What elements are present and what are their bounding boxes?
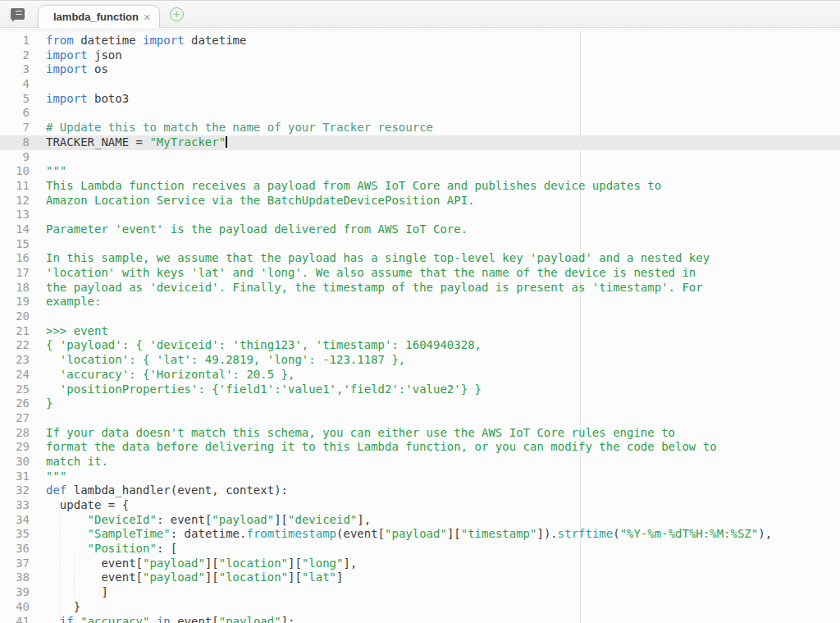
line-number: 34 [0, 513, 30, 528]
code-line: 36 "Position": [ [0, 542, 840, 557]
code-line: 12Amazon Location Service via the BatchU… [0, 194, 840, 208]
code-line: 7# Update this to match the name of your… [0, 121, 840, 135]
line-number: 16 [0, 251, 30, 266]
code-line: 14Parameter 'event' is the payload deliv… [0, 222, 840, 237]
code-line: 18the payload as 'deviceid'. Finally, th… [0, 281, 840, 295]
code-text: # Update this to match the name of your … [46, 121, 433, 135]
code-text: "SampleTime": datetime.fromtimestamp(eve… [46, 527, 772, 542]
line-number: 25 [0, 383, 30, 397]
line-number: 20 [0, 309, 30, 324]
code-line: 31""" [0, 470, 840, 484]
file-list-icon [11, 8, 25, 20]
code-lines: 1from datetime import datetime2import js… [0, 29, 840, 623]
code-text: import json [46, 48, 122, 63]
code-text: } [46, 600, 80, 615]
code-text: """ [46, 164, 66, 179]
code-line: 23 'location': { 'lat': 49.2819, 'long':… [0, 353, 840, 368]
code-line: 22{ 'payload': { 'deviceid': 'thing123',… [0, 338, 840, 353]
line-number: 11 [0, 179, 30, 194]
code-line: 13 [0, 208, 840, 222]
code-line: 40 } [0, 600, 840, 615]
code-line: 1from datetime import datetime [0, 34, 840, 48]
line-number: 30 [0, 455, 30, 470]
line-number: 27 [0, 411, 30, 426]
code-text: If your data doesn't match this schema, … [46, 426, 675, 441]
code-line: 6 [0, 106, 840, 121]
code-text: { 'payload': { 'deviceid': 'thing123', '… [46, 338, 482, 353]
editor-window: lambda_function × + 1from datetime impor… [0, 0, 840, 623]
line-number: 7 [0, 121, 30, 135]
code-line: 33 update = { [0, 498, 840, 513]
code-text: import os [46, 62, 108, 77]
code-text: """ [46, 470, 66, 484]
code-text: 'positionProperties': {'field1':'value1'… [46, 383, 482, 397]
line-number: 17 [0, 266, 30, 281]
line-number: 29 [0, 440, 30, 455]
code-text: "Position": [ [46, 542, 177, 557]
code-text: example: [46, 295, 101, 309]
code-text: def lambda_handler(event, context): [46, 483, 288, 498]
line-number: 40 [0, 600, 30, 615]
code-line: 26} [0, 396, 840, 411]
code-line: 4 [0, 77, 840, 92]
line-number: 37 [0, 557, 30, 571]
code-line: 17'location' with keys 'lat' and 'long'.… [0, 266, 840, 281]
code-line: 29format the data before delivering it t… [0, 440, 840, 455]
code-text: from datetime import datetime [46, 34, 246, 48]
code-text: event["payload"]["location"]["lat"] [46, 570, 343, 585]
tabbar-shadow [0, 29, 840, 33]
line-number: 1 [0, 34, 30, 48]
code-line: 2import json [0, 48, 840, 63]
code-line: 20 [0, 309, 840, 324]
code-text: "DeviceId": event["payload"]["deviceid"]… [46, 513, 371, 528]
line-number: 31 [0, 470, 30, 484]
code-line: 15 [0, 237, 840, 252]
line-number: 26 [0, 396, 30, 411]
code-line: 9 [0, 150, 840, 165]
line-number: 4 [0, 77, 30, 92]
line-number: 21 [0, 324, 30, 339]
line-number: 41 [0, 615, 30, 623]
line-number: 33 [0, 498, 30, 513]
code-text: match it. [46, 455, 108, 470]
code-line: 39 ] [0, 585, 840, 600]
code-line: 24 'accuracy': {'Horizontal': 20.5 }, [0, 368, 840, 383]
line-number: 32 [0, 483, 30, 498]
code-line: 30match it. [0, 455, 840, 470]
code-text: if "accuracy" in event["payload"]: [46, 615, 294, 623]
line-number: 8 [0, 135, 30, 150]
code-text: update = { [46, 498, 129, 513]
code-text: In this sample, we assume that the paylo… [46, 251, 710, 266]
code-text: ] [46, 585, 108, 600]
code-line: 5import boto3 [0, 92, 840, 107]
line-number: 10 [0, 164, 30, 179]
tab-lambda-function[interactable]: lambda_function × [38, 5, 160, 28]
code-text: the payload as 'deviceid'. Finally, the … [46, 281, 703, 295]
line-number: 3 [0, 62, 30, 77]
code-line: 3import os [0, 62, 840, 77]
code-line: 8TRACKER_NAME = "MyTracker" [0, 135, 840, 150]
code-text: Parameter 'event' is the payload deliver… [46, 222, 468, 237]
code-text: event["payload"]["location"]["long"], [46, 557, 357, 571]
line-number: 35 [0, 527, 30, 542]
tab-label: lambda_function [53, 11, 139, 23]
code-line: 27 [0, 411, 840, 426]
line-number: 18 [0, 281, 30, 295]
line-number: 36 [0, 542, 30, 557]
line-number: 22 [0, 338, 30, 353]
code-line: 32def lambda_handler(event, context): [0, 483, 840, 498]
close-icon[interactable]: × [144, 11, 151, 23]
code-text: } [46, 396, 52, 411]
text-cursor [226, 136, 227, 148]
line-number: 19 [0, 295, 30, 309]
code-text: 'location' with keys 'lat' and 'long'. W… [46, 266, 696, 281]
line-number: 13 [0, 208, 30, 222]
plus-circle-icon: + [173, 8, 180, 20]
new-tab-button[interactable]: + [170, 7, 184, 21]
code-editor[interactable]: 1from datetime import datetime2import js… [0, 29, 840, 623]
code-line: 28If your data doesn't match this schema… [0, 426, 840, 441]
code-line: 21>>> event [0, 324, 840, 339]
code-text: This Lambda function receives a payload … [46, 179, 661, 194]
code-text: 'location': { 'lat': 49.2819, 'long': -1… [46, 353, 405, 368]
file-list-button[interactable] [7, 4, 28, 24]
